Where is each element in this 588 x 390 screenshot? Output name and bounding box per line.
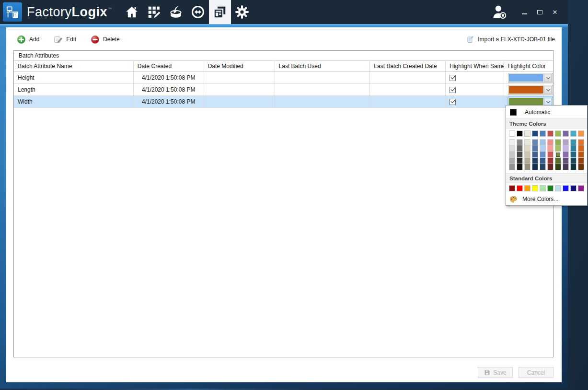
save-button[interactable]: Save — [478, 367, 513, 378]
theme-color-swatch[interactable] — [547, 130, 553, 137]
table-row[interactable]: Height4/1/2020 1:50:08 PM — [14, 72, 553, 84]
maximize-button[interactable] — [534, 7, 545, 17]
automatic-color-item[interactable]: Automatic — [506, 106, 587, 118]
highlight-when-same-checkbox[interactable] — [450, 87, 456, 93]
shade-color-swatch[interactable] — [524, 152, 530, 158]
highlight-when-same-checkbox[interactable] — [450, 75, 456, 81]
shade-color-swatch[interactable] — [555, 145, 561, 152]
shade-color-swatch[interactable] — [547, 145, 553, 152]
shade-color-swatch[interactable] — [509, 158, 515, 164]
shade-color-swatch[interactable] — [570, 158, 576, 164]
shade-color-swatch[interactable] — [570, 164, 576, 170]
shade-color-swatch[interactable] — [555, 158, 561, 164]
shade-color-swatch[interactable] — [547, 152, 553, 158]
shade-color-swatch[interactable] — [570, 145, 576, 152]
shade-color-swatch[interactable] — [532, 139, 538, 145]
nav-home[interactable] — [121, 0, 143, 24]
shade-color-swatch[interactable] — [563, 139, 569, 145]
nav-materials[interactable] — [165, 0, 187, 24]
dropdown-arrow-button[interactable] — [544, 98, 552, 106]
selected-shade-swatch[interactable] — [555, 152, 561, 158]
shade-color-swatch[interactable] — [517, 139, 523, 145]
nav-transfer[interactable] — [187, 0, 209, 24]
user-logged-out-icon[interactable] — [491, 4, 507, 20]
shade-color-swatch[interactable] — [578, 158, 584, 164]
shade-color-swatch[interactable] — [517, 145, 523, 152]
column-last-batch-created-date[interactable]: Last Batch Created Date — [370, 61, 446, 71]
theme-color-swatch[interactable] — [555, 130, 561, 137]
standard-color-swatch[interactable] — [540, 185, 546, 191]
shade-color-swatch[interactable] — [555, 139, 561, 145]
shade-color-swatch[interactable] — [524, 158, 530, 164]
nav-planning[interactable] — [143, 0, 165, 24]
shade-color-swatch[interactable] — [547, 158, 553, 164]
shade-color-swatch[interactable] — [578, 164, 584, 170]
shade-color-swatch[interactable] — [517, 164, 523, 170]
shade-color-swatch[interactable] — [578, 145, 584, 152]
shade-color-swatch[interactable] — [524, 145, 530, 152]
shade-color-swatch[interactable] — [547, 139, 553, 145]
standard-color-swatch[interactable] — [524, 185, 530, 191]
table-row[interactable]: Width4/1/2020 1:50:08 PM — [14, 96, 553, 108]
highlight-when-same-checkbox[interactable] — [450, 99, 456, 105]
column-last-batch-used[interactable]: Last Batch Used — [275, 61, 370, 71]
highlight-color-dropdown[interactable] — [508, 85, 553, 95]
table-row[interactable]: Length4/1/2020 1:50:08 PM — [14, 84, 553, 96]
shade-color-swatch[interactable] — [509, 145, 515, 152]
shade-color-swatch[interactable] — [517, 152, 523, 158]
shade-color-swatch[interactable] — [524, 164, 530, 170]
dropdown-arrow-button[interactable] — [544, 74, 552, 82]
column-attribute-name[interactable]: Batch Attribute Name — [14, 61, 134, 71]
more-colors-item[interactable]: More Colors... — [506, 193, 587, 205]
theme-color-swatch[interactable] — [532, 130, 538, 137]
standard-color-swatch[interactable] — [555, 185, 561, 191]
shade-color-swatch[interactable] — [540, 152, 546, 158]
shade-color-swatch[interactable] — [532, 152, 538, 158]
theme-color-swatch[interactable] — [517, 130, 523, 137]
standard-color-swatch[interactable] — [570, 185, 576, 191]
shade-color-swatch[interactable] — [540, 145, 546, 152]
standard-color-swatch[interactable] — [517, 185, 523, 191]
shade-color-swatch[interactable] — [517, 158, 523, 164]
cancel-button[interactable]: Cancel — [519, 367, 553, 378]
theme-color-swatch[interactable] — [578, 130, 584, 137]
nav-documents[interactable] — [209, 0, 231, 24]
shade-color-swatch[interactable] — [532, 145, 538, 152]
shade-color-swatch[interactable] — [563, 152, 569, 158]
standard-color-swatch[interactable] — [578, 185, 584, 191]
shade-color-swatch[interactable] — [509, 164, 515, 170]
shade-color-swatch[interactable] — [540, 164, 546, 170]
shade-color-swatch[interactable] — [563, 158, 569, 164]
delete-button[interactable]: Delete — [91, 35, 120, 44]
shade-color-swatch[interactable] — [578, 139, 584, 145]
minimize-button[interactable] — [519, 7, 530, 17]
column-date-created[interactable]: Date Created — [134, 61, 204, 71]
column-highlight-when-same[interactable]: Highlight When Same — [446, 61, 504, 71]
theme-color-swatch[interactable] — [524, 130, 530, 137]
add-button[interactable]: Add — [17, 35, 39, 44]
standard-color-swatch[interactable] — [547, 185, 553, 191]
column-highlight-color[interactable]: Highlight Color — [504, 61, 553, 71]
shade-color-swatch[interactable] — [570, 139, 576, 145]
shade-color-swatch[interactable] — [555, 164, 561, 170]
column-date-modified[interactable]: Date Modified — [204, 61, 275, 71]
shade-color-swatch[interactable] — [570, 152, 576, 158]
edit-button[interactable]: Edit — [54, 35, 76, 44]
shade-color-swatch[interactable] — [563, 164, 569, 170]
close-button[interactable]: ✕ — [550, 7, 560, 17]
shade-color-swatch[interactable] — [563, 145, 569, 152]
shade-color-swatch[interactable] — [509, 139, 515, 145]
theme-color-swatch[interactable] — [509, 130, 515, 137]
shade-color-swatch[interactable] — [532, 164, 538, 170]
shade-color-swatch[interactable] — [578, 152, 584, 158]
theme-color-swatch[interactable] — [570, 130, 576, 137]
shade-color-swatch[interactable] — [524, 139, 530, 145]
shade-color-swatch[interactable] — [547, 164, 553, 170]
standard-color-swatch[interactable] — [509, 185, 515, 191]
theme-color-swatch[interactable] — [563, 130, 569, 137]
standard-color-swatch[interactable] — [563, 185, 569, 191]
theme-color-swatch[interactable] — [540, 130, 546, 137]
shade-color-swatch[interactable] — [509, 152, 515, 158]
highlight-color-dropdown[interactable] — [508, 73, 553, 83]
shade-color-swatch[interactable] — [532, 158, 538, 164]
